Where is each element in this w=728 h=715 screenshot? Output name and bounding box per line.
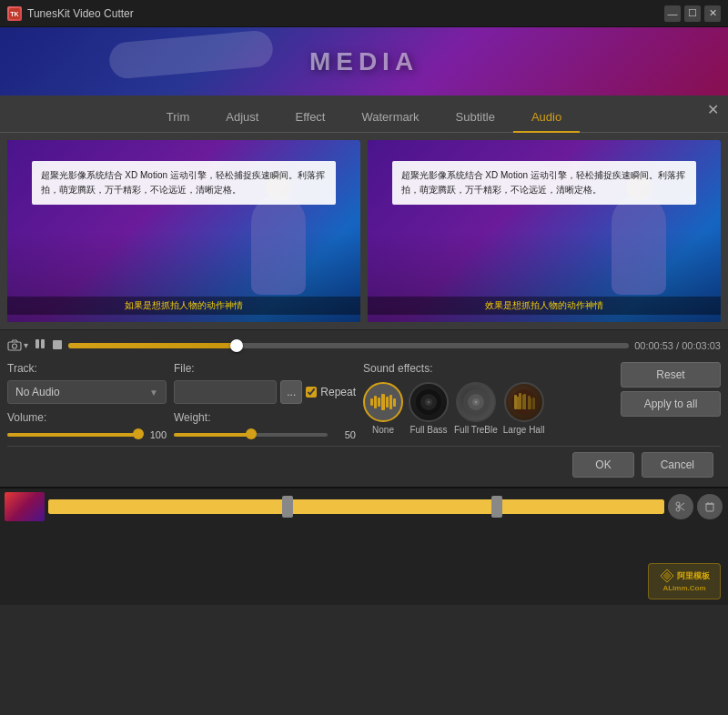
tab-trim[interactable]: Trim	[148, 105, 208, 133]
effect-label-hall: Large Hall	[503, 425, 545, 435]
svg-point-10	[428, 401, 430, 404]
controls-area: ▾ 00:00:53 / 00:03:03	[0, 329, 728, 487]
main-panel: ✕ Trim Adjust Effect Watermark Subtitle …	[0, 96, 728, 487]
volume-slider[interactable]	[7, 433, 138, 437]
repeat-row: Repeat	[306, 386, 356, 398]
bottom-timeline: 阿里模板 ALimm.Com	[0, 487, 728, 605]
effect-none[interactable]: None	[363, 382, 403, 435]
effect-treble[interactable]: Full TreBle	[454, 382, 498, 435]
svg-point-24	[676, 502, 680, 506]
weight-value: 50	[333, 429, 356, 440]
volume-label: Volume:	[7, 411, 167, 424]
trash-icon	[704, 501, 715, 512]
tab-bar: Trim Adjust Effect Watermark Subtitle Au…	[0, 96, 728, 133]
svg-rect-28	[706, 504, 713, 511]
effects-label: Sound effects:	[363, 362, 613, 375]
timeline-marker-2[interactable]	[491, 496, 502, 518]
weight-slider[interactable]	[174, 433, 328, 437]
repeat-label: Repeat	[320, 386, 356, 398]
diamond-icon	[660, 569, 674, 583]
svg-text:TK: TK	[10, 11, 18, 17]
svg-point-14	[474, 401, 477, 404]
timeline-btn-1[interactable]	[668, 494, 693, 519]
tab-watermark[interactable]: Watermark	[343, 105, 437, 133]
effect-circle-none	[363, 382, 403, 422]
video-banner-area: MEDIA	[0, 27, 728, 96]
close-button[interactable]: ✕	[704, 5, 721, 22]
video-subtitle-left: 如果是想抓拍人物的动作神情	[7, 297, 360, 315]
track-column: Track: No Audio ▼ Volume: 100	[7, 362, 167, 440]
track-value: No Audio	[15, 386, 60, 398]
tab-audio[interactable]: Audio	[513, 105, 580, 133]
stop-icon	[52, 339, 63, 350]
timeline-thumbnail	[5, 492, 45, 521]
video-panels-row: 超聚光影像系统结合 XD Motion 运动引擎，轻松捕捉疾速瞬间。利落挥拍，萌…	[0, 133, 728, 329]
tab-effect[interactable]: Effect	[277, 105, 343, 133]
file-input[interactable]	[174, 380, 277, 404]
svg-rect-23	[532, 398, 535, 409]
svg-rect-2	[8, 342, 21, 350]
weight-label: Weight:	[174, 411, 356, 424]
effect-label-bass: Full Bass	[410, 425, 447, 435]
effect-circle-treble	[456, 382, 496, 422]
cancel-button[interactable]: Cancel	[642, 452, 713, 478]
track-label: Track:	[7, 362, 167, 375]
panel-close-button[interactable]: ✕	[704, 101, 721, 117]
repeat-checkbox[interactable]	[306, 387, 317, 398]
scrubber-thumb[interactable]	[230, 339, 243, 352]
treble-icon	[461, 388, 490, 417]
timeline-right-controls	[668, 494, 723, 519]
title-bar: TK TunesKit Video Cutter — ☐ ✕	[0, 0, 728, 27]
tab-subtitle[interactable]: Subtitle	[438, 105, 513, 133]
timeline-bar[interactable]	[48, 499, 664, 514]
file-label: File:	[174, 362, 356, 375]
minimize-button[interactable]: —	[664, 5, 681, 22]
effect-fullbass[interactable]: Full Bass	[409, 382, 449, 435]
pause-button[interactable]	[34, 337, 46, 353]
track-dropdown-arrow: ▼	[149, 388, 158, 398]
figure-left	[251, 195, 306, 295]
svg-rect-19	[514, 395, 517, 409]
time-sep: /	[673, 340, 682, 351]
video-panel-left-inner: 超聚光影像系统结合 XD Motion 运动引擎，轻松捕捉疾速瞬间。利落挥拍，萌…	[7, 140, 360, 322]
track-dropdown[interactable]: No Audio ▼	[7, 380, 167, 404]
effect-circle-bass	[409, 382, 449, 422]
time-display: 00:00:53 / 00:03:03	[634, 340, 721, 351]
ok-button[interactable]: OK	[572, 452, 633, 478]
tab-adjust[interactable]: Adjust	[207, 105, 277, 133]
timeline-marker-1[interactable]	[282, 496, 293, 518]
svg-rect-21	[523, 394, 526, 409]
apply-to-all-button[interactable]: Apply to all	[621, 391, 721, 417]
volume-slider-row: 100	[7, 429, 167, 440]
scrubber-fill	[68, 343, 237, 348]
video-subtitle-right: 效果是想抓拍人物的动作神情	[368, 297, 721, 315]
effect-hall[interactable]: Large Hall	[503, 382, 545, 435]
watermark-logo: 阿里模板 ALimm.Com	[648, 563, 721, 599]
figure-right	[612, 195, 666, 295]
scrubber[interactable]	[68, 343, 629, 348]
app-title: TunesKit Video Cutter	[27, 7, 659, 20]
timeline-btn-2[interactable]	[697, 494, 723, 519]
stop-button[interactable]	[52, 338, 63, 353]
current-time: 00:00:53	[634, 340, 673, 351]
svg-rect-22	[528, 396, 531, 409]
weight-slider-row: 50	[174, 429, 356, 440]
volume-thumb[interactable]	[133, 428, 144, 439]
weight-thumb[interactable]	[246, 428, 257, 439]
audio-settings: Track: No Audio ▼ Volume: 100 File:	[7, 357, 721, 446]
file-browse-button[interactable]: ...	[280, 380, 302, 404]
actions-column: Reset Apply to all	[621, 362, 721, 417]
waveform-icon	[370, 393, 396, 411]
scissors-icon	[675, 501, 686, 512]
volume-value: 100	[144, 429, 167, 440]
effect-label-none: None	[372, 425, 394, 435]
maximize-button[interactable]: ☐	[684, 5, 701, 22]
reset-button[interactable]: Reset	[621, 362, 721, 388]
svg-rect-5	[41, 339, 45, 348]
camera-button[interactable]: ▾	[7, 339, 28, 351]
svg-rect-6	[53, 340, 62, 349]
timeline-segment	[48, 499, 664, 514]
video-panel-left: 超聚光影像系统结合 XD Motion 运动引擎，轻松捕捉疾速瞬间。利落挥拍，萌…	[7, 140, 360, 322]
pause-icon	[34, 337, 46, 350]
effects-row: None Full Bass	[363, 382, 613, 435]
